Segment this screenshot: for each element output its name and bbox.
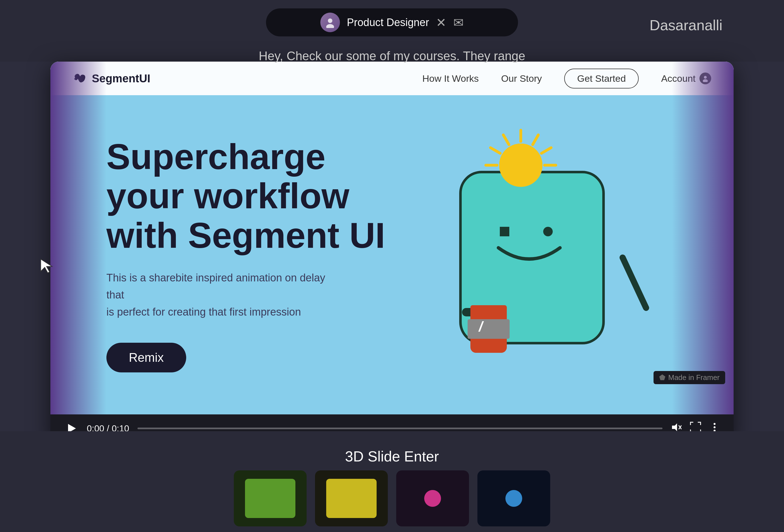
avatar-icon [325, 17, 336, 28]
thumbnail-2[interactable] [315, 470, 388, 526]
svg-marker-17 [672, 423, 677, 431]
svg-point-21 [714, 426, 716, 428]
svg-point-0 [328, 19, 332, 23]
bottom-label: 3D Slide Enter [345, 448, 439, 465]
twitter-icon[interactable]: ✕ [436, 16, 446, 30]
nav-our-story[interactable]: Our Story [501, 73, 542, 84]
svg-point-1 [326, 24, 334, 28]
framer-icon: ⬟ [659, 373, 666, 382]
hero-title: Supercharge your workflow with Segment U… [106, 137, 678, 255]
partial-text: Hey, Check our some of my courses. They … [259, 49, 525, 63]
get-started-button[interactable]: Get Started [564, 68, 639, 88]
mail-icon[interactable]: ✉ [453, 16, 464, 30]
avatar [320, 12, 340, 32]
video-content: SegmentUI How It Works Our Story Get Sta… [50, 62, 734, 414]
hero-text: Supercharge your workflow with Segment U… [106, 137, 678, 373]
progress-bar[interactable] [138, 427, 663, 429]
volume-off-icon [671, 422, 681, 432]
video-player: SegmentUI How It Works Our Story Get Sta… [50, 62, 734, 442]
bottom-area: 3D Slide Enter [0, 431, 784, 532]
more-icon [709, 422, 720, 432]
left-vignette [50, 62, 106, 414]
thumbnail-4[interactable] [477, 470, 550, 526]
website-navbar: SegmentUI How It Works Our Story Get Sta… [50, 62, 734, 95]
hero-subtitle: This is a sharebite inspired animation o… [106, 269, 344, 320]
framer-badge: ⬟ Made in Framer [653, 371, 726, 384]
nav-links: How It Works Our Story Get Started Accou… [422, 68, 711, 88]
thumbnail-1[interactable] [234, 470, 307, 526]
thumbnail-row [234, 470, 550, 526]
thumbnail-3[interactable] [396, 470, 469, 526]
hero-section: Supercharge your workflow with Segment U… [50, 95, 734, 414]
nav-how-it-works[interactable]: How It Works [422, 73, 479, 84]
profile-title: Product Designer [347, 17, 429, 29]
remix-button[interactable]: Remix [106, 343, 186, 372]
username: Dasaranalli [650, 17, 722, 34]
framer-label: Made in Framer [668, 373, 720, 382]
svg-point-20 [714, 423, 716, 425]
profile-bar: Product Designer ✕ ✉ [266, 8, 518, 36]
right-vignette [672, 62, 734, 414]
